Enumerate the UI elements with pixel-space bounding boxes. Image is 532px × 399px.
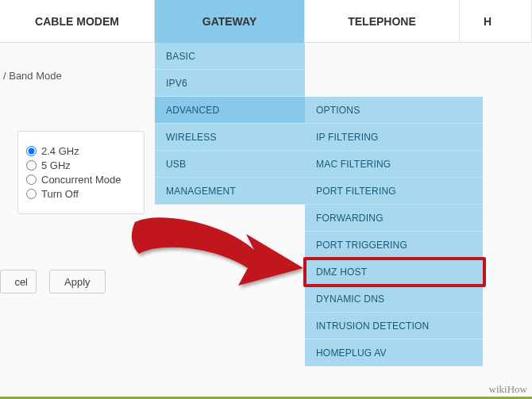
menu-item-management[interactable]: MANAGEMENT <box>155 178 305 205</box>
menu-item-basic[interactable]: BASIC <box>155 43 305 70</box>
menu-item-advanced[interactable]: ADVANCED <box>155 97 305 124</box>
menu-item-wireless[interactable]: WIRELESS <box>155 124 305 151</box>
advanced-submenu: OPTIONS IP FILTERING MAC FILTERING PORT … <box>305 97 483 366</box>
submenu-item-port-filtering[interactable]: PORT FILTERING <box>305 178 483 205</box>
radio-5ghz-input[interactable] <box>26 160 37 171</box>
radio-turn-off-input[interactable] <box>26 189 37 199</box>
submenu-item-ip-filtering[interactable]: IP FILTERING <box>305 124 483 151</box>
submenu-item-homeplug-av[interactable]: HOMEPLUG AV <box>305 340 483 366</box>
radio-2-4ghz-label: 2.4 GHz <box>41 145 79 157</box>
radio-concurrent-label: Concurrent Mode <box>41 174 121 186</box>
gateway-menu: BASIC IPV6 ADVANCED WIRELESS USB MANAGEM… <box>155 43 305 205</box>
radio-2-4ghz-input[interactable] <box>26 146 37 156</box>
top-nav: CABLE MODEM GATEWAY TELEPHONE H <box>0 0 532 43</box>
submenu-item-intrusion-detection[interactable]: INTRUSION DETECTION <box>305 313 483 340</box>
button-row: cel Apply <box>0 270 106 293</box>
cancel-button[interactable]: cel <box>0 270 37 293</box>
tab-partial[interactable]: H <box>460 0 532 43</box>
radio-turn-off-label: Turn Off <box>41 188 79 200</box>
menu-item-usb[interactable]: USB <box>155 151 305 178</box>
radio-5ghz-label: 5 GHz <box>41 159 71 171</box>
tab-gateway[interactable]: GATEWAY <box>155 0 305 43</box>
breadcrumb-band-mode: / Band Mode <box>0 70 62 82</box>
radio-5ghz[interactable]: 5 GHz <box>26 159 136 171</box>
apply-button[interactable]: Apply <box>49 270 106 293</box>
submenu-item-port-triggering[interactable]: PORT TRIGGERING <box>305 232 483 259</box>
tab-telephone[interactable]: TELEPHONE <box>305 0 460 43</box>
radio-concurrent-input[interactable] <box>26 175 37 185</box>
band-mode-panel: 2.4 GHz 5 GHz Concurrent Mode Turn Off <box>17 131 145 214</box>
submenu-item-dynamic-dns[interactable]: DYNAMIC DNS <box>305 286 483 313</box>
arrow-icon <box>127 206 310 301</box>
radio-turn-off[interactable]: Turn Off <box>26 188 136 200</box>
menu-item-ipv6[interactable]: IPV6 <box>155 70 305 97</box>
tab-cable-modem[interactable]: CABLE MODEM <box>0 0 155 43</box>
submenu-item-mac-filtering[interactable]: MAC FILTERING <box>305 151 483 178</box>
watermark: wikiHow <box>489 383 527 396</box>
submenu-item-options[interactable]: OPTIONS <box>305 97 483 124</box>
submenu-item-dmz-host[interactable]: DMZ HOST <box>305 259 483 286</box>
radio-2-4ghz[interactable]: 2.4 GHz <box>26 145 136 157</box>
submenu-item-forwarding[interactable]: FORWARDING <box>305 205 483 232</box>
radio-concurrent[interactable]: Concurrent Mode <box>26 174 136 186</box>
